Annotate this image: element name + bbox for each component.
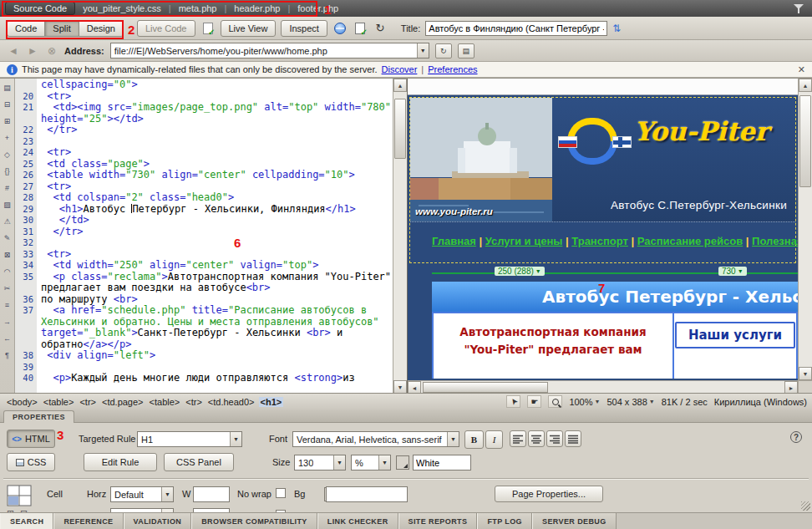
properties-panel-tab[interactable]: PROPERTIES — [3, 410, 74, 423]
refresh-icon[interactable]: ↻ — [435, 43, 452, 58]
move-css-rule-icon[interactable]: ≡ — [2, 299, 13, 310]
size-unit-select[interactable]: %▼ — [351, 455, 391, 471]
column-width-right[interactable]: 730▼ — [718, 267, 747, 276]
view-options-icon[interactable]: ▤ — [458, 43, 475, 58]
discover-link[interactable]: Discover — [382, 64, 418, 74]
site-h1-heading[interactable]: Автобус Петербург - Хельсинки — [432, 282, 798, 312]
back-icon[interactable]: ◄ — [7, 45, 20, 57]
indent-code-icon[interactable]: → — [2, 316, 13, 327]
design-vertical-scrollbar[interactable]: ▲ ▼ — [798, 79, 812, 380]
code-line[interactable]: 33 <tr> — [15, 249, 393, 261]
scroll-thumb[interactable] — [423, 382, 548, 393]
code-line[interactable]: 40 <p>Каждый день многие люди отправляют… — [15, 373, 393, 384]
column-width-left[interactable]: 250 (288)▼ — [495, 267, 545, 276]
collapse-selection-icon[interactable]: ⊞ — [2, 115, 13, 126]
results-tab-validation[interactable]: VALIDATION — [124, 513, 192, 529]
text-color-picker[interactable] — [396, 455, 409, 470]
design-canvas[interactable]: www.you-piter.ru You-Piter Автобус С.Пет… — [408, 79, 798, 380]
css-mode-button[interactable]: CSS — [7, 453, 55, 471]
chevron-down-icon[interactable]: ▼ — [333, 455, 345, 470]
code-line[interactable]: 24 <tr> — [15, 147, 393, 159]
apply-comment-icon[interactable]: ✎ — [2, 232, 13, 243]
scroll-thumb[interactable] — [394, 99, 406, 159]
preview-in-browser-icon[interactable] — [332, 21, 348, 36]
align-right-icon[interactable] — [546, 430, 563, 447]
tag-td.head0[interactable]: <td.head0> — [206, 397, 256, 407]
targeted-rule-select[interactable]: H1▼ — [137, 431, 242, 447]
code-vertical-scrollbar[interactable]: ▲ ▼ — [393, 79, 407, 394]
site-header[interactable]: www.you-piter.ru You-Piter Автобус С.Пет… — [410, 98, 795, 221]
filter-related-files-icon[interactable] — [794, 4, 804, 13]
tag-td.page[interactable]: <td.page> — [100, 397, 145, 407]
code-line[interactable]: 26 <table width="730" align="center" cel… — [15, 170, 393, 181]
scroll-up-icon[interactable]: ▲ — [799, 79, 812, 92]
scroll-down-icon[interactable]: ▼ — [799, 367, 812, 380]
outdent-code-icon[interactable]: ← — [2, 333, 13, 343]
resize-grip[interactable] — [801, 501, 810, 511]
zoom-level-select[interactable]: 100%▼ — [569, 397, 600, 407]
help-icon[interactable]: ? — [790, 431, 802, 443]
stop-icon[interactable]: ⊗ — [45, 45, 58, 57]
highlight-invalid-code-icon[interactable]: ▨ — [2, 199, 13, 210]
chevron-down-icon[interactable]: ▼ — [230, 432, 241, 446]
design-view[interactable]: www.you-piter.ru You-Piter Автобус С.Пет… — [408, 79, 812, 394]
related-file-meta.php[interactable]: meta.php — [179, 3, 217, 13]
related-file-header.php[interactable]: header.php — [234, 3, 280, 13]
wrap-tag-icon[interactable]: ◠ — [2, 266, 13, 277]
table-width-indicator[interactable]: 250 (288)▼ 730▼ — [408, 263, 798, 282]
nav-link-3[interactable]: Транспорт — [571, 235, 628, 247]
align-left-icon[interactable] — [510, 430, 526, 447]
results-tab-link-checker[interactable]: LINK CHECKER — [317, 513, 398, 529]
site-right-cell[interactable]: Наши услуги — [674, 313, 796, 379]
edit-rule-button[interactable]: Edit Rule — [84, 453, 157, 471]
results-tab-reference[interactable]: REFERENCE — [53, 513, 123, 529]
results-tab-site-reports[interactable]: SITE REPORTS — [398, 513, 478, 529]
chevron-down-icon[interactable]: ▼ — [535, 268, 541, 274]
address-input[interactable]: file:///E|/WebServers/home/you-piter/www… — [110, 43, 429, 58]
chevron-down-icon[interactable]: ▼ — [738, 268, 743, 274]
align-justify-icon[interactable] — [565, 430, 581, 447]
chevron-down-icon[interactable]: ▼ — [378, 455, 390, 470]
cell-width-field[interactable] — [193, 486, 230, 502]
hand-tool-icon[interactable]: ☛ — [527, 395, 541, 408]
preferences-link[interactable]: Preferences — [428, 64, 477, 74]
tag-body[interactable]: <body> — [5, 397, 39, 407]
expand-all-icon[interactable]: + — [2, 132, 13, 143]
code-line[interactable]: 32 — [15, 237, 393, 249]
tag-table[interactable]: <table> — [148, 397, 182, 407]
related-file-footer.php[interactable]: footer.php — [297, 3, 338, 13]
file-management-icon[interactable]: ⇅ — [612, 23, 621, 34]
html-mode-button[interactable]: <>HTML — [7, 430, 55, 448]
select-tool-icon[interactable]: ➤ — [506, 395, 520, 408]
balance-braces-icon[interactable]: {} — [2, 165, 13, 176]
scroll-thumb[interactable] — [799, 95, 811, 187]
code-line[interactable]: 30 </td> — [15, 215, 393, 226]
code-view[interactable]: ▤⊟⊞+◇{}#▨⚠✎⊠◠✂≡→←¶ cellspacing="0">20 <t… — [0, 79, 407, 394]
code-line[interactable]: 23 — [15, 136, 393, 148]
code-line[interactable]: cellspacing="0"> — [15, 79, 393, 91]
results-tab-browser-compatibility[interactable]: BROWSER COMPATIBILITY — [191, 513, 317, 529]
nav-link-1[interactable]: Главная — [432, 235, 476, 247]
code-line[interactable]: 39 — [15, 362, 393, 374]
bg-color-field[interactable] — [326, 486, 408, 502]
code-line[interactable]: 28 <td colspan="2" class="head0"> — [15, 192, 393, 204]
code-line[interactable]: 38 <div align="left"> — [15, 350, 393, 362]
scroll-down-icon[interactable]: ▼ — [393, 380, 407, 394]
recent-snippets-icon[interactable]: ✂ — [2, 282, 13, 293]
design-horizontal-scrollbar[interactable]: ◄ ► — [408, 380, 798, 394]
tag-h1[interactable]: <h1> — [259, 397, 284, 407]
text-color-field[interactable] — [413, 455, 471, 471]
line-numbers-icon[interactable]: # — [2, 182, 13, 193]
bold-button[interactable]: B — [464, 430, 484, 449]
document-title-input[interactable] — [425, 21, 607, 36]
code-view-button[interactable]: Code — [7, 20, 45, 37]
results-tab-ftp-log[interactable]: FTP LOG — [477, 513, 532, 529]
select-parent-tag-icon[interactable]: ◇ — [2, 149, 13, 160]
tag-table[interactable]: <table> — [42, 397, 76, 407]
horz-align-select[interactable]: Default▼ — [110, 486, 174, 502]
format-source-code-icon[interactable]: ¶ — [2, 349, 13, 360]
syntax-error-alerts-icon[interactable]: ⚠ — [2, 216, 13, 226]
code-line[interactable]: 36по маршруту <br> — [15, 294, 393, 306]
close-icon[interactable]: ✕ — [798, 64, 805, 75]
design-view-button[interactable]: Design — [79, 20, 124, 37]
